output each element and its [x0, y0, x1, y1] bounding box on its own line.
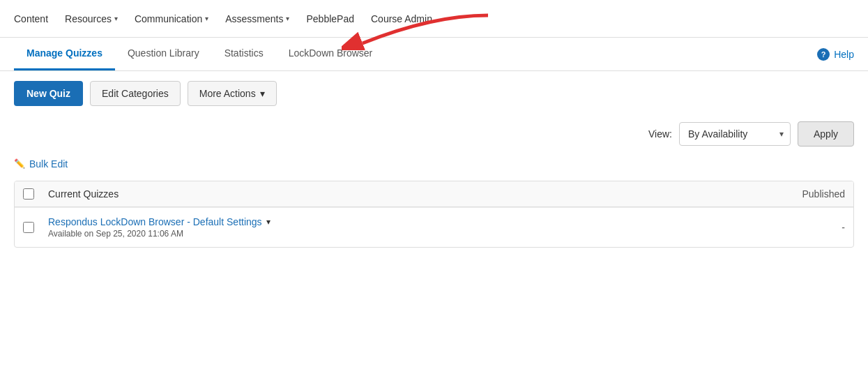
row-published-col: -: [775, 222, 845, 233]
nav-content[interactable]: Content: [14, 13, 48, 24]
communication-dropdown-icon: ▾: [205, 15, 208, 22]
quiz-meta: Available on Sep 25, 2020 11:06 AM: [48, 229, 775, 239]
tab-question-library[interactable]: Question Library: [115, 38, 212, 70]
header-checkbox-col: [23, 188, 48, 200]
new-quiz-button[interactable]: New Quiz: [14, 81, 83, 106]
bulk-edit-row: ✏️ Bulk Edit: [0, 152, 868, 175]
select-all-checkbox[interactable]: [23, 188, 34, 200]
row-checkbox[interactable]: [23, 222, 34, 233]
apply-button[interactable]: Apply: [798, 121, 854, 147]
view-label: View:: [648, 128, 672, 140]
table-header: Current Quizzes Published: [15, 181, 853, 207]
tab-lockdown-browser[interactable]: LockDown Browser: [276, 38, 386, 70]
top-navigation: Content Resources ▾ Communication ▾ Asse…: [0, 0, 868, 38]
quiz-name-row: Respondus LockDown Browser - Default Set…: [48, 216, 775, 227]
row-checkbox-col: [23, 222, 48, 233]
row-name-col: Respondus LockDown Browser - Default Set…: [48, 216, 775, 239]
quiz-dropdown-icon[interactable]: ▾: [266, 217, 271, 227]
nav-communication[interactable]: Communication ▾: [135, 13, 208, 24]
table-row: Respondus LockDown Browser - Default Set…: [15, 207, 853, 247]
tabs-bar: Manage Quizzes Question Library Statisti…: [0, 38, 868, 71]
nav-assessments[interactable]: Assessments ▾: [225, 13, 289, 24]
assessments-dropdown-icon: ▾: [286, 15, 289, 22]
nav-pebblepad[interactable]: PebblePad: [306, 13, 354, 24]
more-actions-dropdown-icon: ▾: [260, 88, 265, 99]
pencil-icon: ✏️: [14, 158, 25, 169]
tabs-left: Manage Quizzes Question Library Statisti…: [14, 38, 385, 70]
quiz-link[interactable]: Respondus LockDown Browser - Default Set…: [48, 216, 262, 227]
nav-course-admin[interactable]: Course Admin: [371, 13, 432, 24]
view-row: View: By Availability By Name By Date ▾ …: [0, 116, 868, 152]
resources-dropdown-icon: ▾: [114, 15, 118, 22]
quiz-table: Current Quizzes Published Respondus Lock…: [14, 181, 854, 248]
tab-statistics[interactable]: Statistics: [212, 38, 276, 70]
col-header-published: Published: [775, 188, 845, 200]
help-link[interactable]: ? Help: [817, 38, 854, 70]
edit-categories-button[interactable]: Edit Categories: [90, 81, 181, 106]
tab-manage-quizzes[interactable]: Manage Quizzes: [14, 38, 115, 70]
view-select[interactable]: By Availability By Name By Date: [679, 122, 791, 146]
col-header-name: Current Quizzes: [48, 188, 775, 200]
nav-resources[interactable]: Resources ▾: [65, 13, 118, 24]
more-actions-button[interactable]: More Actions ▾: [188, 81, 277, 106]
bulk-edit-link[interactable]: ✏️ Bulk Edit: [14, 158, 68, 170]
view-select-wrap: By Availability By Name By Date ▾: [679, 122, 791, 146]
help-icon: ?: [817, 48, 830, 61]
toolbar: New Quiz Edit Categories More Actions ▾: [0, 71, 868, 116]
